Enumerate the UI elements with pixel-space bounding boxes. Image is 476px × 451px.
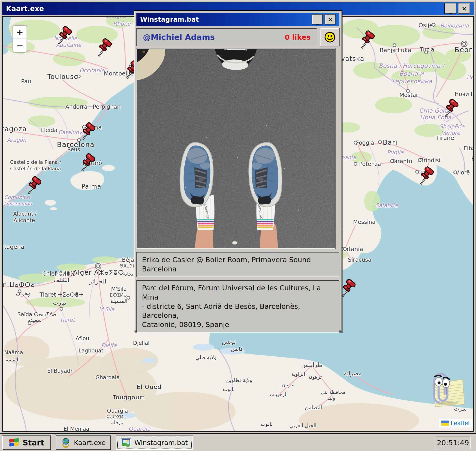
map-label: Calabria — [375, 202, 398, 209]
map-label: ورقلة — [111, 420, 123, 425]
map-label: الزاوية — [291, 371, 305, 377]
map-label: Нови Пазар — [455, 91, 474, 97]
map-pin-marker[interactable] — [80, 153, 95, 172]
map-label: Puglia — [387, 149, 404, 156]
start-button-label: Start — [23, 438, 44, 447]
map-label: Rhône — [113, 20, 131, 27]
map-label: M'Sila — [99, 306, 114, 312]
kaart-minimize-button[interactable]: _ — [445, 3, 456, 14]
map-label: Perpignan — [93, 104, 121, 110]
taskbar-item-label: Winstagram.bat — [134, 439, 188, 447]
map-label: Reus — [67, 146, 80, 152]
city-marker — [390, 159, 394, 163]
red-pushpin-icon — [97, 38, 112, 57]
map-zoom-control: + − — [13, 25, 27, 53]
map-label: M'Sila — [111, 286, 127, 292]
map-label: Ouargla — [129, 426, 150, 432]
city-marker — [96, 264, 100, 268]
winstagram-close-button[interactable]: × — [325, 14, 336, 24]
city-marker — [415, 170, 419, 174]
red-pushpin-icon — [419, 166, 434, 185]
map-label: طرابلس — [301, 361, 322, 368]
map-label: النعامة — [6, 357, 20, 363]
map-label: Laghouat — [78, 348, 103, 354]
map-pin-marker[interactable] — [419, 166, 434, 185]
map-label: Siracusa — [348, 257, 371, 263]
map-label: Lleida — [41, 127, 57, 133]
map-label: تونس — [222, 338, 236, 345]
winstagram-window-title: Winstagram.bat — [140, 16, 310, 23]
red-pushpin-icon — [80, 153, 95, 172]
winstagram-minimize-button[interactable]: _ — [312, 14, 323, 24]
city-marker — [424, 50, 428, 54]
map-label: ⵎⵙⵉⵍⴰ — [110, 292, 127, 298]
map-label: تيارت — [53, 299, 66, 306]
city-marker — [432, 23, 435, 26]
map-pin-marker[interactable] — [360, 30, 375, 49]
post-header: @Michiel Adams 0 likes — [136, 28, 317, 46]
map-label: ترهونة — [308, 374, 322, 380]
map-label: Kosovë — [473, 108, 474, 115]
map-label: Naâma — [4, 350, 23, 356]
red-pushpin-icon — [81, 122, 95, 141]
map-label: Comunitat — [4, 194, 31, 200]
map-label: Saïda ⵙⴰⵄⵉⴷⴰ — [18, 311, 56, 317]
feet-photo-illustration: computer computer — [137, 49, 335, 248]
map-label: بجاية — [123, 271, 133, 277]
map-pin-marker[interactable] — [444, 99, 458, 118]
like-smiley-button[interactable] — [320, 28, 339, 46]
map-pin-marker[interactable] — [26, 176, 41, 195]
map-label: الرحيبات — [269, 391, 288, 397]
post-username: @Michiel Adams — [143, 32, 285, 42]
taskbar-clock: 20:51:49 — [435, 436, 471, 449]
map-label: Tiaret ⵜⵉⴰⵔⴻⵜ — [39, 291, 83, 298]
kaart-close-button[interactable]: × — [458, 3, 470, 14]
map-label: Elbasan — [463, 145, 474, 152]
map-label: Alacant / — [13, 211, 37, 217]
post-location-address: Parc del Fòrum, Fòrum Universal de les C… — [136, 280, 339, 332]
map-label: Bosna i Hercegovina / — [379, 62, 444, 69]
map-label: التضامن — [305, 405, 322, 410]
map-label: Херцеговина — [391, 78, 432, 85]
clippy-assistant-icon[interactable] — [425, 367, 467, 407]
taskbar: Start Kaart.exe Winstagram.bat — [0, 434, 476, 451]
map-label: Tiaret — [60, 317, 75, 323]
ukraine-flag-icon — [441, 420, 449, 426]
taskbar-item-kaart[interactable]: Kaart.exe — [56, 436, 111, 450]
map-pin-marker[interactable] — [97, 38, 112, 57]
city-marker — [28, 321, 31, 325]
map-pin-marker[interactable] — [341, 279, 356, 298]
taskbar-item-winstagram[interactable]: Winstagram.bat — [116, 436, 193, 450]
post-likes-count: 0 likes — [285, 33, 311, 41]
city-marker — [406, 89, 410, 93]
map-pin-marker[interactable] — [57, 26, 72, 45]
map-label: الشلف — [54, 277, 69, 283]
red-pushpin-icon — [26, 176, 41, 195]
smiley-face-icon — [323, 31, 336, 44]
map-label: Војводина — [440, 23, 469, 29]
map-label: ولاية قبلي — [195, 355, 217, 360]
map-label: Korçë — [471, 156, 474, 162]
leaflet-attribution-link[interactable]: Leaflet — [451, 420, 470, 426]
map-label: محافظة بني — [321, 389, 345, 395]
start-button[interactable]: Start — [2, 436, 51, 450]
winstagram-window: Winstagram.bat _ × @Michiel Adams 0 like… — [134, 10, 342, 332]
zoom-out-button[interactable]: − — [13, 39, 26, 52]
map-label: Cartagena — [2, 244, 24, 250]
map-label: وليد — [327, 395, 335, 401]
map-label: Touggourt — [113, 394, 145, 401]
winstagram-titlebar[interactable]: Winstagram.bat _ × — [136, 13, 339, 26]
picture-icon — [121, 438, 131, 447]
city-marker — [354, 162, 357, 166]
city-marker — [126, 296, 130, 300]
map-label: uvergne- — [106, 16, 127, 19]
map-label: Brindisi — [420, 157, 440, 164]
map-label: Djelfa — [101, 342, 117, 348]
map-label: Toulouse — [47, 73, 78, 81]
post-photo: computer computer — [136, 49, 335, 249]
map-label: Pau — [21, 78, 31, 85]
map-label: El Meniaa — [63, 426, 89, 432]
zoom-in-button[interactable]: + — [13, 26, 26, 39]
map-pin-marker[interactable] — [81, 122, 95, 141]
map-label: Bari — [383, 138, 398, 146]
